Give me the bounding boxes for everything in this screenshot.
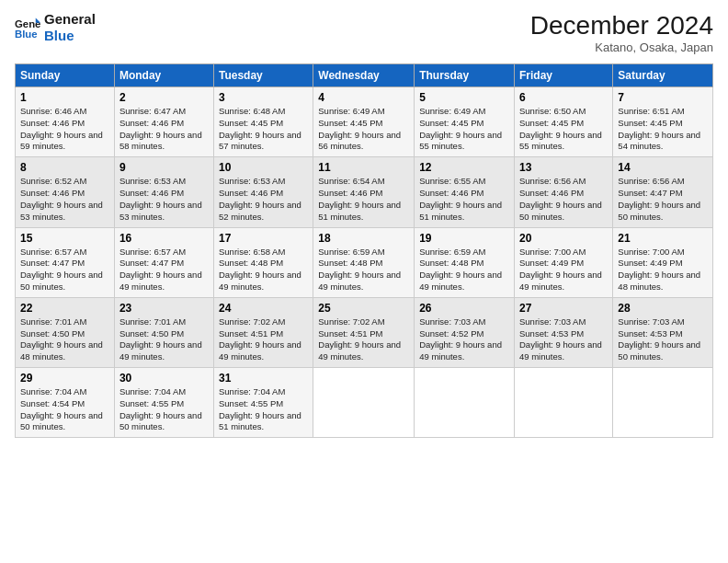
day-number: 7 — [618, 91, 708, 104]
col-wednesday: Wednesday — [313, 64, 415, 87]
calendar-table: Sunday Monday Tuesday Wednesday Thursday… — [15, 63, 713, 438]
day-number: 2 — [119, 91, 209, 104]
day-details: Sunrise: 7:02 AMSunset: 4:51 PMDaylight:… — [219, 316, 308, 363]
table-row: 24Sunrise: 7:02 AMSunset: 4:51 PMDayligh… — [213, 297, 313, 367]
col-saturday: Saturday — [613, 64, 713, 87]
table-row — [415, 368, 515, 438]
logo-icon: General Blue — [15, 15, 40, 40]
table-row: 23Sunrise: 7:01 AMSunset: 4:50 PMDayligh… — [114, 297, 213, 367]
day-number: 27 — [519, 302, 608, 315]
day-number: 30 — [119, 372, 209, 385]
day-details: Sunrise: 6:57 AMSunset: 4:47 PMDaylight:… — [119, 247, 209, 293]
day-details: Sunrise: 6:53 AMSunset: 4:46 PMDaylight:… — [119, 176, 209, 223]
location: Katano, Osaka, Japan — [530, 40, 713, 54]
day-details: Sunrise: 6:49 AMSunset: 4:45 PMDaylight:… — [419, 106, 509, 153]
table-row: 14Sunrise: 6:56 AMSunset: 4:47 PMDayligh… — [613, 157, 713, 227]
day-details: Sunrise: 7:04 AMSunset: 4:55 PMDaylight:… — [119, 386, 209, 433]
day-number: 8 — [20, 161, 109, 174]
table-row: 29Sunrise: 7:04 AMSunset: 4:54 PMDayligh… — [16, 368, 115, 438]
day-details: Sunrise: 7:03 AMSunset: 4:53 PMDaylight:… — [519, 316, 608, 363]
day-details: Sunrise: 7:01 AMSunset: 4:50 PMDaylight:… — [20, 316, 109, 363]
col-monday: Monday — [114, 64, 213, 87]
table-row: 11Sunrise: 6:54 AMSunset: 4:46 PMDayligh… — [313, 157, 415, 227]
day-details: Sunrise: 7:00 AMSunset: 4:49 PMDaylight:… — [519, 247, 608, 293]
day-details: Sunrise: 7:01 AMSunset: 4:50 PMDaylight:… — [119, 316, 209, 363]
table-row: 28Sunrise: 7:03 AMSunset: 4:53 PMDayligh… — [613, 297, 713, 367]
day-details: Sunrise: 6:47 AMSunset: 4:46 PMDaylight:… — [119, 106, 209, 153]
day-details: Sunrise: 6:52 AMSunset: 4:46 PMDaylight:… — [20, 176, 109, 223]
table-row: 17Sunrise: 6:58 AMSunset: 4:48 PMDayligh… — [213, 227, 313, 297]
day-number: 10 — [219, 161, 308, 174]
day-number: 26 — [419, 302, 509, 315]
calendar-body: 1Sunrise: 6:46 AMSunset: 4:46 PMDaylight… — [16, 87, 713, 438]
table-row: 5Sunrise: 6:49 AMSunset: 4:45 PMDaylight… — [415, 87, 515, 157]
logo: General Blue General Blue — [15, 11, 96, 44]
col-sunday: Sunday — [16, 64, 115, 87]
day-details: Sunrise: 6:49 AMSunset: 4:45 PMDaylight:… — [318, 106, 409, 153]
table-row — [313, 368, 415, 438]
table-row: 16Sunrise: 6:57 AMSunset: 4:47 PMDayligh… — [114, 227, 213, 297]
svg-text:Blue: Blue — [15, 29, 38, 40]
table-row: 8Sunrise: 6:52 AMSunset: 4:46 PMDaylight… — [16, 157, 115, 227]
day-details: Sunrise: 7:03 AMSunset: 4:52 PMDaylight:… — [419, 316, 509, 363]
table-row: 18Sunrise: 6:59 AMSunset: 4:48 PMDayligh… — [313, 227, 415, 297]
day-details: Sunrise: 7:04 AMSunset: 4:54 PMDaylight:… — [20, 386, 109, 433]
table-row: 1Sunrise: 6:46 AMSunset: 4:46 PMDaylight… — [16, 87, 115, 157]
day-details: Sunrise: 6:50 AMSunset: 4:45 PMDaylight:… — [519, 106, 608, 153]
day-details: Sunrise: 6:48 AMSunset: 4:45 PMDaylight:… — [219, 106, 308, 153]
day-details: Sunrise: 6:51 AMSunset: 4:45 PMDaylight:… — [618, 106, 708, 153]
day-number: 18 — [318, 232, 409, 245]
col-tuesday: Tuesday — [213, 64, 313, 87]
day-details: Sunrise: 6:58 AMSunset: 4:48 PMDaylight:… — [219, 247, 308, 293]
table-row: 13Sunrise: 6:56 AMSunset: 4:46 PMDayligh… — [515, 157, 613, 227]
day-details: Sunrise: 7:04 AMSunset: 4:55 PMDaylight:… — [219, 386, 308, 433]
table-row: 7Sunrise: 6:51 AMSunset: 4:45 PMDaylight… — [613, 87, 713, 157]
table-row: 6Sunrise: 6:50 AMSunset: 4:45 PMDaylight… — [515, 87, 613, 157]
title-block: December 2024 Katano, Osaka, Japan — [530, 11, 713, 54]
day-details: Sunrise: 6:59 AMSunset: 4:48 PMDaylight:… — [419, 247, 509, 293]
col-friday: Friday — [515, 64, 613, 87]
day-number: 31 — [219, 372, 308, 385]
day-details: Sunrise: 6:59 AMSunset: 4:48 PMDaylight:… — [318, 247, 409, 293]
day-number: 17 — [219, 232, 308, 245]
table-row: 21Sunrise: 7:00 AMSunset: 4:49 PMDayligh… — [613, 227, 713, 297]
calendar-week-2: 8Sunrise: 6:52 AMSunset: 4:46 PMDaylight… — [16, 157, 713, 227]
day-number: 1 — [20, 91, 109, 104]
table-row: 27Sunrise: 7:03 AMSunset: 4:53 PMDayligh… — [515, 297, 613, 367]
table-row: 10Sunrise: 6:53 AMSunset: 4:46 PMDayligh… — [213, 157, 313, 227]
day-details: Sunrise: 6:55 AMSunset: 4:46 PMDaylight:… — [419, 176, 509, 223]
table-row: 30Sunrise: 7:04 AMSunset: 4:55 PMDayligh… — [114, 368, 213, 438]
day-number: 9 — [119, 161, 209, 174]
day-number: 12 — [419, 161, 509, 174]
table-row: 31Sunrise: 7:04 AMSunset: 4:55 PMDayligh… — [213, 368, 313, 438]
day-details: Sunrise: 6:56 AMSunset: 4:47 PMDaylight:… — [618, 176, 708, 223]
month-title: December 2024 — [530, 11, 713, 40]
day-number: 24 — [219, 302, 308, 315]
table-row: 3Sunrise: 6:48 AMSunset: 4:45 PMDaylight… — [213, 87, 313, 157]
day-details: Sunrise: 6:56 AMSunset: 4:46 PMDaylight:… — [519, 176, 608, 223]
day-number: 22 — [20, 302, 109, 315]
day-number: 21 — [618, 232, 708, 245]
calendar-week-5: 29Sunrise: 7:04 AMSunset: 4:54 PMDayligh… — [16, 368, 713, 438]
calendar-week-3: 15Sunrise: 6:57 AMSunset: 4:47 PMDayligh… — [16, 227, 713, 297]
table-row: 26Sunrise: 7:03 AMSunset: 4:52 PMDayligh… — [415, 297, 515, 367]
day-details: Sunrise: 6:57 AMSunset: 4:47 PMDaylight:… — [20, 247, 109, 293]
day-number: 28 — [618, 302, 708, 315]
day-details: Sunrise: 6:54 AMSunset: 4:46 PMDaylight:… — [318, 176, 409, 223]
day-number: 11 — [318, 161, 409, 174]
table-row: 15Sunrise: 6:57 AMSunset: 4:47 PMDayligh… — [16, 227, 115, 297]
day-details: Sunrise: 7:00 AMSunset: 4:49 PMDaylight:… — [618, 247, 708, 293]
header-row: Sunday Monday Tuesday Wednesday Thursday… — [16, 64, 713, 87]
logo-blue: Blue — [44, 28, 96, 44]
day-number: 29 — [20, 372, 109, 385]
calendar-week-4: 22Sunrise: 7:01 AMSunset: 4:50 PMDayligh… — [16, 297, 713, 367]
day-number: 19 — [419, 232, 509, 245]
table-row: 19Sunrise: 6:59 AMSunset: 4:48 PMDayligh… — [415, 227, 515, 297]
day-details: Sunrise: 7:02 AMSunset: 4:51 PMDaylight:… — [318, 316, 409, 363]
day-number: 4 — [318, 91, 409, 104]
day-number: 15 — [20, 232, 109, 245]
table-row: 22Sunrise: 7:01 AMSunset: 4:50 PMDayligh… — [16, 297, 115, 367]
day-details: Sunrise: 7:03 AMSunset: 4:53 PMDaylight:… — [618, 316, 708, 363]
day-number: 25 — [318, 302, 409, 315]
day-details: Sunrise: 6:46 AMSunset: 4:46 PMDaylight:… — [20, 106, 109, 153]
